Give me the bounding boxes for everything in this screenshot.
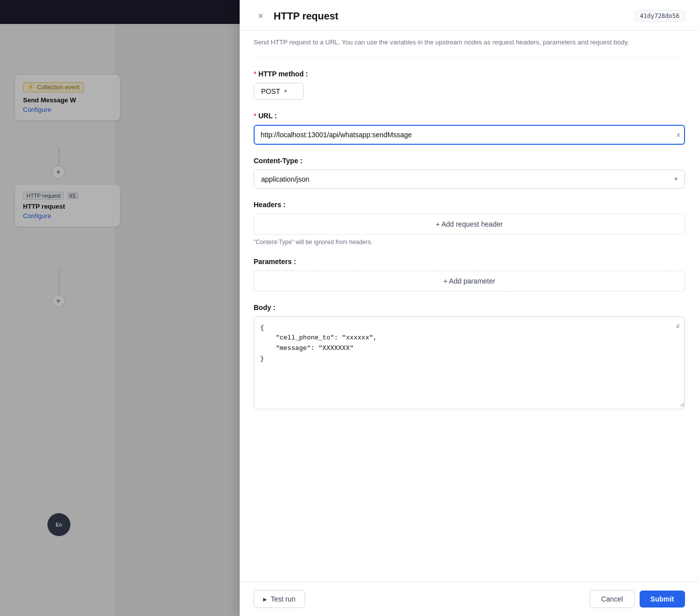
http-method-select[interactable]: POST ▾ (254, 83, 304, 100)
body-section: Body : x (254, 304, 685, 409)
content-type-chevron-icon: ▾ (675, 176, 678, 182)
url-clear-button[interactable]: x (677, 131, 681, 138)
url-section: * URL : x (254, 112, 685, 145)
http-method-section: * HTTP method : POST ▾ (254, 70, 685, 100)
headers-label: Headers : (254, 201, 685, 209)
url-input[interactable] (254, 125, 685, 145)
test-run-button[interactable]: ▶ Test run (254, 590, 305, 608)
content-type-section: Content-Type : application/json ▾ (254, 157, 685, 189)
play-icon: ▶ (263, 597, 267, 602)
modal-header-left: × HTTP request (254, 9, 339, 23)
chevron-down-icon: ▾ (284, 88, 287, 94)
content-type-select[interactable]: application/json ▾ (254, 170, 685, 189)
url-input-wrapper: x (254, 125, 685, 145)
url-label: * URL : (254, 112, 685, 120)
add-header-button[interactable]: + Add request header (254, 214, 685, 235)
modal-id-badge: 41dy728do56 (635, 10, 685, 22)
parameters-label: Parameters : (254, 258, 685, 266)
http-method-label: * HTTP method : (254, 70, 685, 78)
parameters-section: Parameters : + Add parameter (254, 258, 685, 292)
modal-header: × HTTP request 41dy728do56 (240, 0, 699, 30)
modal-panel: × HTTP request 41dy728do56 Send HTTP req… (240, 0, 699, 616)
required-star-method: * (254, 70, 256, 78)
cancel-button[interactable]: Cancel (590, 590, 635, 608)
modal-body: Send HTTP request to a URL. You can use … (240, 30, 699, 582)
headers-hint: "Content-Type" will be ignored from head… (254, 239, 685, 246)
body-wrapper: x (254, 316, 685, 409)
content-type-label: Content-Type : (254, 157, 685, 165)
required-star-url: * (254, 112, 256, 120)
submit-button[interactable]: Submit (640, 591, 685, 608)
footer-right: Cancel Submit (590, 590, 685, 608)
headers-section: Headers : + Add request header "Content-… (254, 201, 685, 246)
body-label: Body : (254, 304, 685, 311)
body-textarea[interactable] (254, 317, 685, 407)
modal-footer: ▶ Test run Cancel Submit (240, 582, 699, 616)
body-clear-button[interactable]: x (677, 322, 680, 329)
modal-title: HTTP request (274, 10, 339, 22)
close-button[interactable]: × (254, 9, 268, 23)
add-parameter-button[interactable]: + Add parameter (254, 271, 685, 292)
modal-description: Send HTTP request to a URL. You can use … (254, 30, 685, 58)
